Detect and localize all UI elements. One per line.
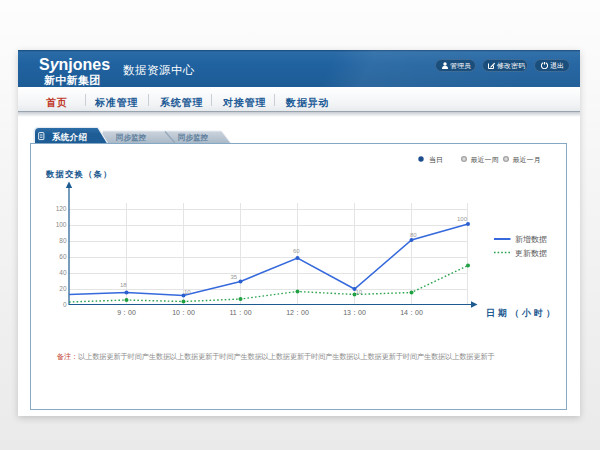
svg-text:10: 10 bbox=[184, 289, 191, 295]
svg-text:同步监控: 同步监控 bbox=[178, 133, 209, 142]
svg-text:20: 20 bbox=[59, 285, 67, 292]
svg-text:最近一周: 最近一周 bbox=[471, 156, 499, 163]
svg-text:120: 120 bbox=[56, 205, 67, 212]
svg-text:最近一月: 最近一月 bbox=[513, 156, 541, 164]
svg-text:11：00: 11：00 bbox=[229, 309, 251, 316]
svg-text:100: 100 bbox=[457, 216, 468, 222]
svg-text:40: 40 bbox=[59, 269, 67, 276]
svg-text:14：00: 14：00 bbox=[400, 309, 423, 316]
svg-text:10：00: 10：00 bbox=[172, 309, 195, 316]
svg-text:新增数据: 新增数据 bbox=[515, 235, 547, 244]
svg-text:18: 18 bbox=[120, 282, 127, 288]
svg-text:9：00: 9：00 bbox=[117, 309, 136, 316]
svg-text:数据交换（条）: 数据交换（条） bbox=[45, 169, 112, 179]
svg-text:13：00: 13：00 bbox=[343, 309, 366, 316]
svg-text:10: 10 bbox=[356, 289, 363, 295]
svg-text:更新数据: 更新数据 bbox=[515, 249, 547, 258]
svg-text:系统介绍: 系统介绍 bbox=[51, 132, 87, 142]
svg-text:60: 60 bbox=[59, 253, 67, 260]
svg-text:同步监控: 同步监控 bbox=[116, 133, 147, 142]
svg-text:备注：以上数据更新于时间产生数据以上数据更新于时间产生数据以: 备注：以上数据更新于时间产生数据以上数据更新于时间产生数据以上数据更新于时间产生… bbox=[57, 352, 495, 361]
svg-text:0: 0 bbox=[63, 301, 67, 308]
svg-text:12：00: 12：00 bbox=[286, 309, 309, 316]
svg-text:80: 80 bbox=[410, 232, 417, 238]
svg-text:80: 80 bbox=[59, 237, 67, 244]
svg-text:60: 60 bbox=[293, 248, 300, 254]
svg-text:日期（小时）: 日期（小时） bbox=[486, 308, 558, 318]
svg-text:100: 100 bbox=[56, 221, 67, 228]
svg-text:当日: 当日 bbox=[429, 156, 443, 164]
svg-text:35: 35 bbox=[231, 274, 238, 280]
